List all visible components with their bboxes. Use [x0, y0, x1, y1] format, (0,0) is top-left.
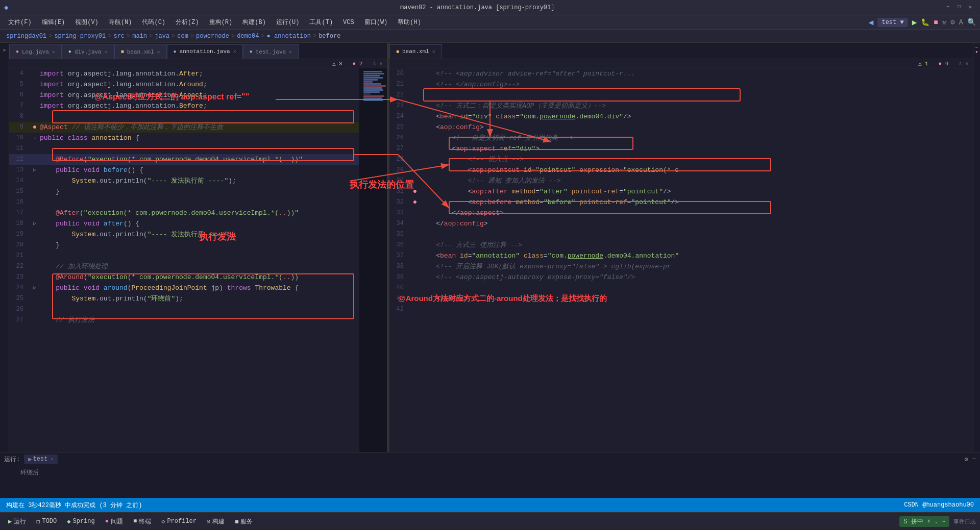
terminal-button[interactable]: ■ 终端	[129, 516, 155, 527]
warnings-bar-left: △ 3 ● 2 ∧ ∨	[9, 59, 387, 68]
breadcrumb-spring-proxy01[interactable]: spring-proxy01	[54, 33, 106, 40]
run-settings-icon[interactable]: ⚙	[965, 456, 968, 463]
breadcrumb-src[interactable]: src	[113, 33, 125, 40]
menu-refactor[interactable]: 重构(R)	[205, 17, 237, 28]
tab-div-java[interactable]: ● div.java ✕	[62, 44, 114, 59]
code-line-4: 4 import org.aspectj.lang.annotation.Aft…	[9, 68, 359, 79]
code-scroll-left[interactable]: 4 import org.aspectj.lang.annotation.Aft…	[9, 68, 359, 498]
right-code-line-38: 38 <!-- 开启注释 JDK(默认 expose-proxy="false"…	[389, 261, 973, 272]
right-code-line-33: 33 </aop:aspect>	[389, 208, 973, 218]
menu-run[interactable]: 运行(U)	[272, 17, 304, 28]
right-code-line-29: 29 <aop:pointcut id="pointcut" expressio…	[389, 165, 973, 175]
run-button[interactable]: ▶	[912, 17, 917, 28]
right-sidebar: — ●	[973, 43, 980, 498]
run-minimize-icon[interactable]: −	[972, 456, 976, 463]
toolbar-icon-back[interactable]: ◀	[869, 17, 874, 28]
right-code-line-24: 24 <bean id="div" class="com.powernode.d…	[389, 111, 973, 122]
breadcrumb-main[interactable]: main	[132, 33, 147, 40]
menu-tools[interactable]: 工具(T)	[305, 17, 337, 28]
tab-close-bean-left[interactable]: ✕	[157, 49, 160, 55]
search-everywhere-icon[interactable]: 🔍	[967, 18, 976, 27]
bottom-right-area: S 拼中 ♯ . ~ 事件日志	[899, 516, 976, 527]
settings-icon[interactable]: ⚙	[950, 18, 954, 27]
code-area-left[interactable]: 4 import org.aspectj.lang.annotation.Aft…	[9, 68, 387, 498]
maximize-button[interactable]: □	[958, 4, 965, 11]
menu-navigate[interactable]: 导航(N)	[105, 17, 136, 28]
tab-log-java[interactable]: ● Log.java ✕	[9, 44, 62, 59]
breadcrumb-powernode[interactable]: powernode	[196, 33, 229, 40]
right-code-line-21: 21 <!-- </aop:config>-->	[389, 79, 973, 90]
minimap-left	[359, 68, 387, 498]
right-code-line-35: 35	[389, 229, 973, 240]
menu-window[interactable]: 窗口(W)	[360, 17, 392, 28]
terminal-line-1: 环绕后	[20, 468, 960, 477]
tab-annotation-java[interactable]: ● annotation.java ✕	[167, 44, 243, 59]
code-area-right[interactable]: 20 <!-- <aop:advisor advice-ref="after" …	[389, 68, 973, 487]
menu-build[interactable]: 构建(B)	[238, 17, 270, 28]
tab-bean-xml-left[interactable]: ■ bean.xml ✕	[114, 44, 167, 59]
code-line-5: 5 import org.aspectj.lang.annotation.Aro…	[9, 79, 359, 90]
build-bottom-icon: ⚒	[207, 518, 210, 525]
menu-edit[interactable]: 编辑(E)	[38, 17, 69, 28]
build-icon[interactable]: ⚒	[942, 18, 946, 27]
code-scroll-right[interactable]: 20 <!-- <aop:advisor advice-ref="after" …	[389, 68, 973, 487]
breadcrumb-springday01[interactable]: springday01	[6, 33, 46, 40]
code-line-23: 23 @Around("execution(* com.powernode.de…	[9, 272, 359, 283]
tab-bean-xml-right[interactable]: ■ bean.xml ✕	[389, 44, 442, 59]
right-code-line-41: 41 </beans>	[389, 293, 973, 304]
title-bar-controls[interactable]: − □ ✕	[946, 4, 976, 11]
run-bottom-icon: ▶	[8, 518, 12, 525]
title-bar-title: maven02 - annotation.java [spring-proxy0…	[8, 4, 946, 11]
code-line-17: 17 @After("execution(* com.powernode.dem…	[9, 208, 359, 218]
services-button[interactable]: ◼ 服务	[231, 516, 257, 527]
event-log-button[interactable]: 事件日志	[953, 518, 976, 525]
code-line-27: 27 // 执行发法	[9, 315, 359, 325]
build-bottom-button[interactable]: ⚒ 构建	[203, 516, 229, 527]
run-config-dropdown[interactable]: test ▼	[877, 18, 908, 27]
minimize-button[interactable]: −	[946, 4, 953, 11]
profiler-button[interactable]: ◇ Profiler	[157, 516, 201, 527]
menu-analyze[interactable]: 分析(Z)	[172, 17, 203, 28]
todo-button[interactable]: ◻ TODO	[32, 516, 61, 527]
code-line-6: 6 import org.aspectj.lang.annotation.Asp…	[9, 90, 359, 100]
menu-code[interactable]: 代码(C)	[138, 17, 169, 28]
breadcrumb-java[interactable]: java	[155, 33, 169, 40]
menu-view[interactable]: 视图(V)	[71, 17, 103, 28]
code-line-19: 19 System.out.println("---- 发法执行后-----")…	[9, 229, 359, 240]
spring-icon: ◆	[67, 518, 70, 525]
run-bottom-button[interactable]: ▶ 运行	[4, 516, 30, 527]
menu-help[interactable]: 帮助(H)	[394, 17, 425, 28]
close-button[interactable]: ✕	[969, 4, 976, 11]
breadcrumb: springday01 > spring-proxy01 > src > mai…	[0, 30, 980, 43]
tab-close-div[interactable]: ✕	[105, 49, 108, 55]
warning-triangle-icon: △ 3	[332, 61, 342, 67]
tab-test-java[interactable]: ● test.java ✕	[243, 44, 299, 59]
run-tab-label: test	[33, 456, 47, 463]
breadcrumb-demo04[interactable]: demo04	[237, 33, 259, 40]
status-csdn: CSDN @huangshaohu00	[904, 501, 974, 509]
breadcrumb-annotation[interactable]: ● annotation	[267, 33, 311, 40]
spring-button[interactable]: ◆ Spring	[63, 516, 99, 527]
tab-close-test[interactable]: ✕	[289, 49, 292, 55]
breadcrumb-com[interactable]: com	[177, 33, 188, 40]
menu-vcs[interactable]: VCS	[339, 18, 358, 27]
stop-button[interactable]: ■	[934, 18, 938, 27]
right-code-line-28: 28 <!-- 切入点 -->	[389, 154, 973, 165]
code-line-22: 22 // 加入环绕处理	[9, 261, 359, 272]
menu-file[interactable]: 文件(F)	[4, 17, 36, 28]
tab-close-annotation[interactable]: ✕	[233, 48, 236, 55]
code-line-26: 26	[9, 304, 359, 315]
code-line-8: 8	[9, 111, 359, 122]
tab-close-log[interactable]: ✕	[52, 49, 55, 55]
tab-close-bean-right[interactable]: ✕	[432, 48, 435, 55]
status-build: 构建在 3秒422毫秒 中成功完成 (3 分钟 之前)	[6, 501, 142, 510]
run-tab[interactable]: ▶ test ✕	[24, 455, 58, 464]
run-tab-close[interactable]: ✕	[51, 456, 54, 462]
warning-right-icon: △ 1	[918, 61, 928, 67]
issues-button[interactable]: ● 问题	[101, 516, 127, 527]
debug-button[interactable]: 🐛	[921, 18, 929, 27]
translate-icon[interactable]: A	[959, 18, 963, 27]
terminal-area: 环绕后	[0, 466, 980, 498]
editor-right: ■ bean.xml ✕ △ 1 ● 9 ∧ ∨ 20	[389, 43, 973, 498]
error-right-icon: ● 9	[939, 61, 949, 67]
